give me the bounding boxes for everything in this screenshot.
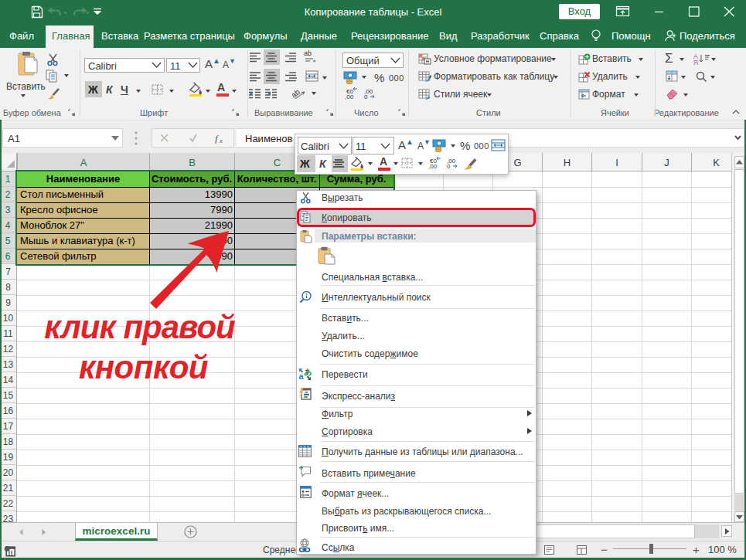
svg-text:0: 0 — [447, 163, 451, 170]
svg-text:あ: あ — [305, 368, 312, 376]
svg-text:ab: ab — [304, 49, 312, 57]
svg-text:,00: ,00 — [345, 93, 354, 100]
svg-text:0: 0 — [364, 93, 368, 100]
svg-text:Я: Я — [693, 59, 698, 65]
svg-text:x: x — [219, 137, 223, 144]
svg-text:а: а — [299, 372, 305, 381]
svg-text:,00: ,00 — [428, 163, 438, 170]
